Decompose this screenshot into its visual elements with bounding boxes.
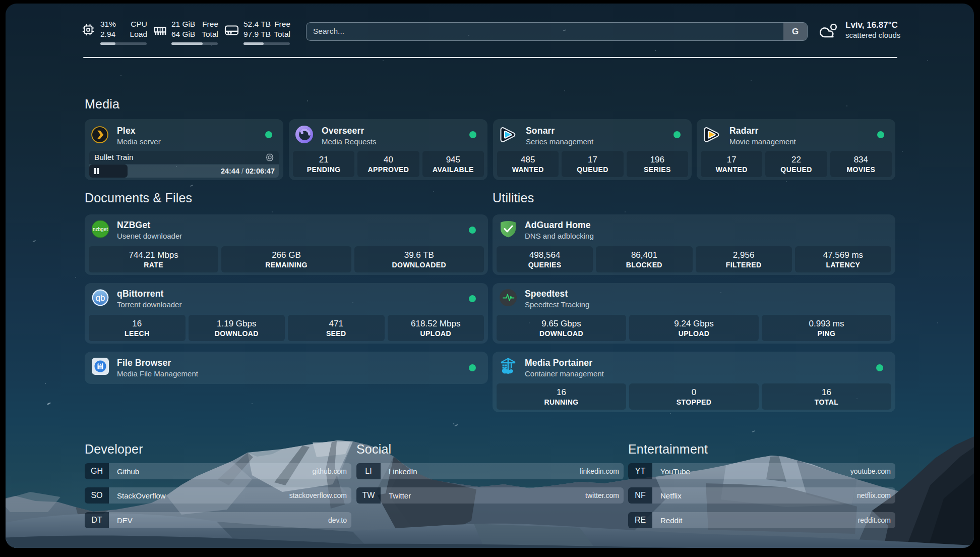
svg-text:nzbget: nzbget xyxy=(93,227,108,232)
svg-text:qb: qb xyxy=(96,293,105,303)
